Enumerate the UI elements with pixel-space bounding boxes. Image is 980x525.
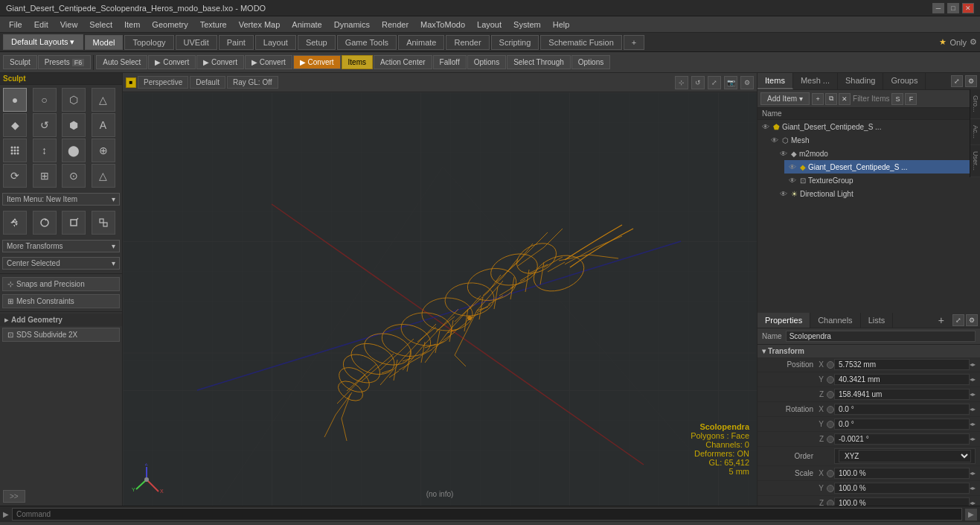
settings-icon[interactable]: ⚙ xyxy=(970,37,977,47)
tool-diamond[interactable]: ◆ xyxy=(3,113,27,137)
prop-expand-icon[interactable]: ⤢ xyxy=(952,314,964,326)
tab-paint[interactable]: Paint xyxy=(219,35,254,50)
tab-mesh[interactable]: Mesh ... xyxy=(793,73,838,89)
ray-gl-btn[interactable]: Ray GL: Off xyxy=(227,76,278,89)
viewport[interactable]: Scolopendra Polygons : Face Channels: 0 … xyxy=(123,92,757,506)
prop-settings-icon[interactable]: ⚙ xyxy=(966,314,978,326)
tool-plus-circle[interactable]: ⊕ xyxy=(92,139,115,162)
side-tab-ac[interactable]: Ac... xyxy=(970,119,980,145)
menu-system[interactable]: System xyxy=(507,19,547,31)
action-center-button[interactable]: Action Center xyxy=(374,55,432,69)
item-duplicate-icon[interactable]: ⧉ xyxy=(825,93,837,105)
tool-sync[interactable]: ⟳ xyxy=(3,164,27,188)
expand-button[interactable]: >> xyxy=(3,490,25,503)
scale-z-value[interactable]: 100.0 % xyxy=(834,497,970,506)
rot-z-value[interactable]: -0.0021 ° xyxy=(834,433,970,445)
menu-geometry[interactable]: Geometry xyxy=(146,19,193,31)
eye-icon[interactable]: 👁 xyxy=(778,148,789,159)
view-type-btn[interactable]: Perspective xyxy=(138,76,188,89)
menu-vertex-map[interactable]: Vertex Map xyxy=(233,19,286,31)
sculpt-button[interactable]: Sculpt xyxy=(3,55,37,69)
menu-select[interactable]: Select xyxy=(83,19,118,31)
shading-btn[interactable]: Default xyxy=(190,76,225,89)
menu-layout[interactable]: Layout xyxy=(471,19,507,31)
maximize-button[interactable]: □ xyxy=(947,3,959,13)
list-item[interactable]: 👁 ⬟ Giant_Desert_Centipede_S ... xyxy=(758,120,980,133)
menu-texture[interactable]: Texture xyxy=(194,19,233,31)
tab-properties[interactable]: Properties xyxy=(758,313,810,328)
eye-icon[interactable]: 👁 xyxy=(769,135,780,145)
center-selected-dropdown[interactable]: Center Selected ▾ xyxy=(2,257,120,270)
item-delete-icon[interactable]: ✕ xyxy=(839,93,851,105)
list-item[interactable]: 👁 ⬡ Mesh xyxy=(766,133,980,147)
tab-groups[interactable]: Groups xyxy=(883,73,926,89)
filter-S[interactable]: S xyxy=(891,93,903,105)
transform-header[interactable]: ▾ Transform xyxy=(758,345,980,357)
scale-z-right[interactable]: ▸ xyxy=(973,500,976,506)
menu-file[interactable]: File xyxy=(3,19,28,31)
item-add-icon[interactable]: + xyxy=(812,93,824,105)
menu-max-to-modo[interactable]: MaxToModo xyxy=(414,19,471,31)
convert-button-4[interactable]: ▶ Convert xyxy=(293,55,341,69)
tool-move[interactable] xyxy=(3,211,27,235)
tool-grid2[interactable]: ⊞ xyxy=(33,164,57,188)
tab-layout[interactable]: Layout xyxy=(255,35,296,50)
list-item[interactable]: 👁 ☀ Directional Light xyxy=(775,187,980,200)
rot-y-dot[interactable] xyxy=(827,421,834,428)
tool-triangle[interactable]: △ xyxy=(92,88,115,112)
tool-transform[interactable] xyxy=(92,211,115,235)
pos-y-right-arrow[interactable]: ▸ xyxy=(973,376,976,383)
eye-icon[interactable]: 👁 xyxy=(760,121,771,132)
list-item[interactable]: 👁 ⊡ TextureGroup xyxy=(784,174,980,187)
convert-button-2[interactable]: ▶ Convert xyxy=(196,55,244,69)
add-geometry-header[interactable]: ▸ Add Geometry xyxy=(0,314,122,326)
tool-sphere[interactable]: ● xyxy=(3,88,27,112)
menu-edit[interactable]: Edit xyxy=(28,19,54,31)
tool-tri2[interactable]: △ xyxy=(92,164,115,188)
vp-icon-fit[interactable]: ⤢ xyxy=(708,76,721,89)
tab-animate[interactable]: Animate xyxy=(398,35,444,50)
settings-icon[interactable]: ⚙ xyxy=(965,75,977,87)
tool-rotate[interactable]: ↺ xyxy=(33,113,57,137)
more-transforms-dropdown[interactable]: More Transforms ▾ xyxy=(2,240,120,252)
default-layouts-dropdown[interactable]: Default Layouts ▾ xyxy=(3,34,83,50)
add-layout-tab[interactable]: + xyxy=(624,35,644,50)
pos-y-dot[interactable] xyxy=(827,376,834,384)
tab-topology[interactable]: Topology xyxy=(124,35,173,50)
rot-x-value[interactable]: 0.0 ° xyxy=(834,404,970,415)
side-tab-gro[interactable]: Gro... xyxy=(970,89,980,119)
convert-button-1[interactable]: ▶ Convert xyxy=(148,55,196,69)
tab-items[interactable]: Items xyxy=(758,73,793,89)
pos-z-right-arrow[interactable]: ▸ xyxy=(973,391,976,398)
side-tab-user[interactable]: User... xyxy=(970,145,980,177)
rot-z-right[interactable]: ▸ xyxy=(973,436,976,442)
rot-y-value[interactable]: 0.0 ° xyxy=(834,419,970,430)
tab-lists[interactable]: Lists xyxy=(861,313,894,328)
scale-y-value[interactable]: 100.0 % xyxy=(834,483,970,494)
rot-z-dot[interactable] xyxy=(827,436,834,443)
tab-setup[interactable]: Setup xyxy=(298,35,336,50)
tool-hex[interactable]: ⬡ xyxy=(62,88,86,112)
tool-cube[interactable]: ⬢ xyxy=(62,113,86,137)
add-property-btn[interactable]: + xyxy=(932,314,950,326)
tab-shading[interactable]: Shading xyxy=(838,73,883,89)
tab-schematic-fusion[interactable]: Schematic Fusion xyxy=(540,35,621,50)
pos-z-value[interactable]: 158.4941 um xyxy=(834,389,970,400)
rot-x-dot[interactable] xyxy=(827,406,834,413)
options-button-1[interactable]: Options xyxy=(467,55,506,69)
tool-rotate2[interactable] xyxy=(33,211,57,235)
name-input[interactable] xyxy=(786,331,976,342)
tab-channels[interactable]: Channels xyxy=(810,313,860,328)
scale-x-value[interactable]: 100.0 % xyxy=(834,468,970,479)
scale-y-right[interactable]: ▸ xyxy=(973,485,976,491)
vp-icon-look[interactable]: ⊹ xyxy=(675,76,688,89)
pos-x-right-arrow[interactable]: ▸ xyxy=(973,361,976,368)
eye-icon[interactable]: 👁 xyxy=(778,188,789,199)
pos-z-dot[interactable] xyxy=(827,391,834,398)
command-input[interactable] xyxy=(12,508,962,521)
sds-subdivide-btn[interactable]: ⊡ SDS Subdivide 2X xyxy=(2,328,120,342)
tool-bullet[interactable]: ⬤ xyxy=(62,139,86,162)
list-item[interactable]: 👁 ◆ m2modo xyxy=(775,147,980,160)
minimize-button[interactable]: ─ xyxy=(932,3,944,13)
list-item[interactable]: 👁 ◆ Giant_Desert_Centipede_S ... xyxy=(784,160,980,174)
